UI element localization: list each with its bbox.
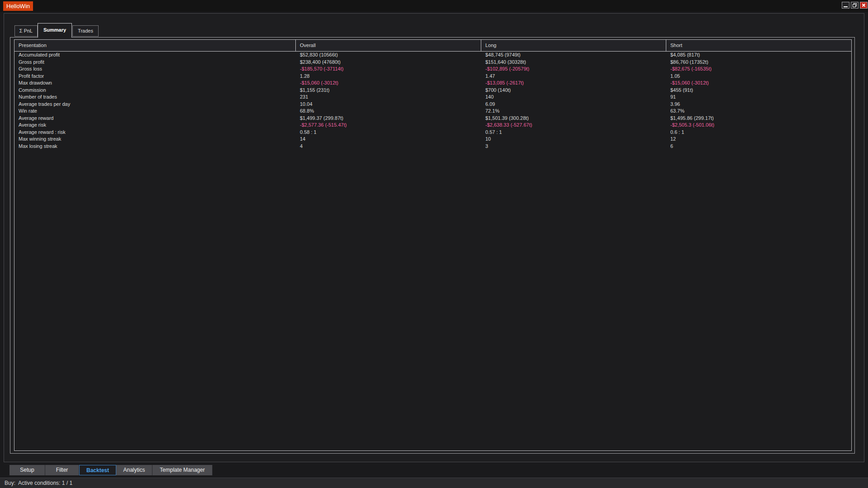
row-label[interactable]: Win rate bbox=[14, 108, 296, 115]
tab-setup[interactable]: Setup bbox=[9, 465, 45, 475]
row-value-short[interactable]: 3.96 bbox=[666, 101, 851, 108]
tab-filter[interactable]: Filter bbox=[45, 465, 79, 475]
row-value-short[interactable]: 6 bbox=[666, 143, 851, 150]
table-row[interactable]: Average reward : risk0.58 : 10.57 : 10.6… bbox=[14, 129, 851, 136]
minimize-button[interactable] bbox=[842, 2, 849, 9]
tab-backtest[interactable]: Backtest bbox=[79, 465, 116, 475]
tab-pnl[interactable]: Σ PnL bbox=[14, 25, 38, 37]
summary-table: Presentation Overall Long Short Accumula… bbox=[14, 39, 852, 451]
table-row[interactable]: Win rate68.8%72.1%63.7% bbox=[14, 108, 851, 115]
restore-button[interactable] bbox=[851, 2, 859, 9]
tab-summary[interactable]: Summary bbox=[38, 23, 72, 38]
row-value-overall[interactable]: 1.28 bbox=[296, 73, 481, 80]
close-button[interactable] bbox=[860, 2, 868, 9]
column-header-presentation[interactable]: Presentation bbox=[14, 40, 296, 52]
row-value-overall[interactable]: 231 bbox=[296, 94, 481, 101]
row-value-overall[interactable]: 14 bbox=[296, 136, 481, 143]
row-label[interactable]: Average trades per day bbox=[14, 101, 296, 108]
row-value-overall[interactable]: -$185,570 (-37114t) bbox=[296, 66, 481, 73]
row-value-short[interactable]: -$2,505.3 (-501.06t) bbox=[666, 122, 851, 129]
column-header-overall[interactable]: Overall bbox=[296, 40, 481, 52]
row-value-short[interactable]: 12 bbox=[666, 136, 851, 143]
row-value-short[interactable]: 91 bbox=[666, 94, 851, 101]
table-row[interactable]: Max losing streak436 bbox=[14, 143, 851, 150]
row-value-long[interactable]: 0.57 : 1 bbox=[481, 129, 666, 136]
row-label[interactable]: Max drawdown bbox=[14, 80, 296, 87]
table-body: Accumulated profit$52,830 (10566t)$48,74… bbox=[14, 52, 851, 150]
title-bar: HelloWin bbox=[0, 0, 868, 12]
row-value-long[interactable]: 6.09 bbox=[481, 101, 666, 108]
table-row[interactable]: Average risk-$2,577.36 (-515.47t)-$2,638… bbox=[14, 122, 851, 129]
row-value-long[interactable]: 140 bbox=[481, 94, 666, 101]
tab-analytics[interactable]: Analytics bbox=[116, 465, 152, 475]
table-row[interactable]: Profit factor1.281.471.05 bbox=[14, 73, 851, 80]
row-label[interactable]: Number of trades bbox=[14, 94, 296, 101]
row-value-long[interactable]: $1,501.39 (300.28t) bbox=[481, 115, 666, 122]
row-value-long[interactable]: -$2,638.33 (-527.67t) bbox=[481, 122, 666, 129]
table-row[interactable]: Max winning streak141012 bbox=[14, 136, 851, 143]
table-row[interactable]: Number of trades23114091 bbox=[14, 94, 851, 101]
tab-template-manager[interactable]: Template Manager bbox=[152, 465, 213, 475]
table-row[interactable]: Gross profit$238,400 (47680t)$151,640 (3… bbox=[14, 59, 851, 66]
minimize-icon bbox=[844, 6, 848, 7]
row-value-short[interactable]: $1,495.86 (299.17t) bbox=[666, 115, 851, 122]
row-value-overall[interactable]: -$2,577.36 (-515.47t) bbox=[296, 122, 481, 129]
window-title: HelloWin bbox=[3, 1, 33, 11]
table-row[interactable]: Commission$1,155 (231t)$700 (140t)$455 (… bbox=[14, 87, 851, 94]
status-bar: Buy: Active conditions: 1 / 1 bbox=[0, 478, 868, 488]
status-text: Buy: Active conditions: 1 / 1 bbox=[5, 478, 72, 488]
row-value-overall[interactable]: 4 bbox=[296, 143, 481, 150]
row-value-short[interactable]: 63.7% bbox=[666, 108, 851, 115]
close-icon bbox=[862, 3, 866, 7]
row-value-short[interactable]: 1.05 bbox=[666, 73, 851, 80]
table-row[interactable]: Average reward$1,499.37 (299.87t)$1,501.… bbox=[14, 115, 851, 122]
row-label[interactable]: Average risk bbox=[14, 122, 296, 129]
column-header-short[interactable]: Short bbox=[666, 40, 851, 52]
tab-trades[interactable]: Trades bbox=[72, 25, 99, 37]
row-value-short[interactable]: -$15,060 (-3012t) bbox=[666, 80, 851, 87]
row-value-overall[interactable]: $1,155 (231t) bbox=[296, 87, 481, 94]
row-value-overall[interactable]: -$15,060 (-3012t) bbox=[296, 80, 481, 87]
row-label[interactable]: Gross profit bbox=[14, 59, 296, 66]
row-value-long[interactable]: -$13,085 (-2617t) bbox=[481, 80, 666, 87]
row-label[interactable]: Accumulated profit bbox=[14, 52, 296, 59]
row-value-overall[interactable]: 0.58 : 1 bbox=[296, 129, 481, 136]
row-value-short[interactable]: 0.6 : 1 bbox=[666, 129, 851, 136]
row-value-long[interactable]: 72.1% bbox=[481, 108, 666, 115]
row-label[interactable]: Average reward : risk bbox=[14, 129, 296, 136]
row-label[interactable]: Commission bbox=[14, 87, 296, 94]
row-value-overall[interactable]: $238,400 (47680t) bbox=[296, 59, 481, 66]
table-row[interactable]: Gross loss-$185,570 (-37114t)-$102,895 (… bbox=[14, 66, 851, 73]
restore-icon bbox=[853, 3, 857, 7]
table-header: Presentation Overall Long Short bbox=[14, 40, 851, 52]
column-header-long[interactable]: Long bbox=[481, 40, 666, 52]
row-label[interactable]: Average reward bbox=[14, 115, 296, 122]
row-value-overall[interactable]: 10.04 bbox=[296, 101, 481, 108]
row-value-short[interactable]: $4,085 (817t) bbox=[666, 52, 851, 59]
row-value-long[interactable]: -$102,895 (-20579t) bbox=[481, 66, 666, 73]
row-label[interactable]: Profit factor bbox=[14, 73, 296, 80]
row-value-long[interactable]: 3 bbox=[481, 143, 666, 150]
row-value-long[interactable]: 10 bbox=[481, 136, 666, 143]
row-value-overall[interactable]: 68.8% bbox=[296, 108, 481, 115]
row-value-short[interactable]: $455 (91t) bbox=[666, 87, 851, 94]
row-label[interactable]: Max losing streak bbox=[14, 143, 296, 150]
table-row[interactable]: Max drawdown-$15,060 (-3012t)-$13,085 (-… bbox=[14, 80, 851, 87]
row-value-long[interactable]: $700 (140t) bbox=[481, 87, 666, 94]
table-row[interactable]: Accumulated profit$52,830 (10566t)$48,74… bbox=[14, 52, 851, 59]
row-value-overall[interactable]: $1,499.37 (299.87t) bbox=[296, 115, 481, 122]
table-row[interactable]: Average trades per day10.046.093.96 bbox=[14, 101, 851, 108]
row-value-short[interactable]: -$82,675 (-16535t) bbox=[666, 66, 851, 73]
row-label[interactable]: Gross loss bbox=[14, 66, 296, 73]
row-value-overall[interactable]: $52,830 (10566t) bbox=[296, 52, 481, 59]
row-value-long[interactable]: $48,745 (9749t) bbox=[481, 52, 666, 59]
row-value-long[interactable]: $151,640 (30328t) bbox=[481, 59, 666, 66]
row-value-short[interactable]: $86,760 (17352t) bbox=[666, 59, 851, 66]
row-label[interactable]: Max winning streak bbox=[14, 136, 296, 143]
row-value-long[interactable]: 1.47 bbox=[481, 73, 666, 80]
